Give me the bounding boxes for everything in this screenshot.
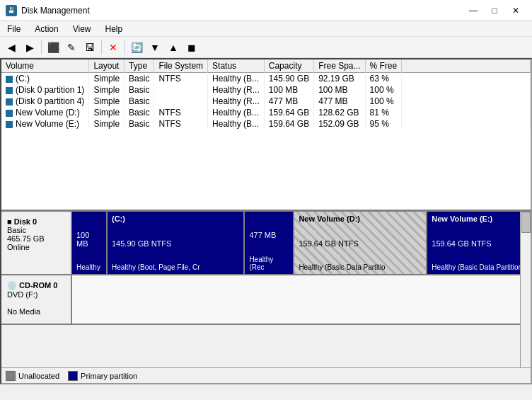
toolbar-separator-3 (125, 40, 125, 55)
table-row[interactable]: (Disk 0 partition 1) Simple Basic Health… (1, 84, 531, 96)
cell-fs: NTFS (154, 73, 208, 85)
main-window: Volume Layout Type File System Status Ca… (0, 58, 532, 384)
disk0-part4-status: Healthy (Basic Data Partitio (299, 263, 422, 271)
disk0-part2-status: Healthy (Boot, Page File, Cr (112, 263, 239, 271)
cell-extra (402, 107, 531, 118)
table-row[interactable]: (C:) Simple Basic NTFS Healthy (B... 145… (1, 73, 531, 85)
toolbar-btn-3[interactable]: 🖫 (81, 39, 98, 56)
cell-capacity: 100 MB (264, 84, 313, 96)
cell-layout: Simple (89, 107, 125, 118)
cell-fs (154, 96, 208, 107)
disk-graphical-area: ■ Disk 0 Basic 465.75 GB Online 100 MB H… (1, 212, 531, 367)
close-button[interactable]: ✕ (505, 4, 526, 18)
app-icon: 💾 (6, 5, 17, 16)
cell-pctfree: 81 % (365, 107, 402, 118)
disk0-part3[interactable]: 477 MB Healthy (Rec (245, 212, 294, 274)
cdrom0-label: 💿 CD-ROM 0 DVD (F:) No Media (1, 275, 72, 324)
disk0-part4-name: New Volume (D:) (299, 215, 422, 223)
toolbar-delete[interactable]: ✕ (105, 39, 122, 56)
scrollbar-thumb[interactable] (521, 212, 531, 233)
legend-primary-label: Primary partition (81, 372, 137, 380)
col-type[interactable]: Type (125, 59, 154, 73)
toolbar: ◀ ▶ ⬛ ✎ 🖫 ✕ 🔄 ▼ ▲ ◼ (0, 37, 532, 58)
vertical-scrollbar[interactable] (520, 212, 531, 367)
toolbar-btn-5[interactable]: ▼ (146, 39, 163, 56)
legend-unallocated: Unallocated (6, 371, 59, 381)
disk0-part5[interactable]: New Volume (E:) 159.64 GB NTFS Healthy (… (427, 212, 531, 274)
menu-bar: File Action View Help (0, 21, 532, 37)
disk0-part1[interactable]: 100 MB Healthy (72, 212, 108, 274)
disk0-part5-name: New Volume (E:) (432, 215, 525, 223)
legend-primary: Primary partition (68, 371, 137, 381)
toolbar-btn-2[interactable]: ✎ (63, 39, 80, 56)
cell-free: 477 MB (314, 96, 365, 107)
cell-status: Healthy (B... (208, 73, 265, 85)
cell-type: Basic (125, 107, 154, 118)
cell-status: Healthy (R... (208, 96, 265, 107)
toolbar-back[interactable]: ◀ (3, 39, 20, 56)
menu-file[interactable]: File (0, 21, 28, 36)
legend-bar: Unallocated Primary partition (1, 367, 531, 383)
legend-primary-box (68, 371, 78, 381)
toolbar-btn-7[interactable]: ◼ (183, 39, 200, 56)
cell-layout: Simple (89, 73, 125, 85)
toolbar-btn-4[interactable]: 🔄 (128, 39, 145, 56)
disk0-name: ■ Disk 0 (7, 217, 65, 226)
table-row[interactable]: (Disk 0 partition 4) Simple Basic Health… (1, 96, 531, 107)
cell-fs: NTFS (154, 107, 208, 118)
menu-view[interactable]: View (66, 21, 98, 36)
col-status[interactable]: Status (208, 59, 265, 73)
cdrom0-status: No Media (7, 307, 65, 316)
disk0-part4-size: 159.64 GB NTFS (299, 239, 422, 248)
cdrom0-type: DVD (F:) (7, 290, 65, 299)
toolbar-separator-1 (41, 40, 42, 55)
disk0-type: Basic (7, 226, 65, 234)
menu-action[interactable]: Action (28, 21, 65, 36)
cell-free: 92.19 GB (314, 73, 365, 85)
disk0-status: Online (7, 243, 65, 251)
maximize-button[interactable]: □ (484, 4, 505, 18)
col-extra (402, 59, 531, 73)
cell-layout: Simple (89, 118, 125, 130)
col-freespace[interactable]: Free Spa... (314, 59, 365, 73)
cell-extra (402, 118, 531, 130)
cell-type: Basic (125, 84, 154, 96)
cell-capacity: 159.64 GB (264, 118, 313, 130)
cell-extra (402, 84, 531, 96)
title-bar: 💾 Disk Management — □ ✕ (0, 0, 532, 21)
col-filesystem[interactable]: File System (154, 59, 208, 73)
legend-unalloc-box (6, 371, 16, 381)
toolbar-btn-6[interactable]: ▲ (165, 39, 182, 56)
disk0-part1-size: 100 MB (76, 231, 102, 248)
disk0-part1-status: Healthy (76, 263, 102, 271)
disk0-part2[interactable]: (C:) 145.90 GB NTFS Healthy (Boot, Page … (108, 212, 245, 274)
disk0-part4[interactable]: New Volume (D:) 159.64 GB NTFS Healthy (… (294, 212, 427, 274)
col-pctfree[interactable]: % Free (365, 59, 402, 73)
cell-free: 152.09 GB (314, 118, 365, 130)
cell-pctfree: 100 % (365, 96, 402, 107)
toolbar-forward[interactable]: ▶ (21, 39, 38, 56)
cell-extra (402, 73, 531, 85)
cell-free: 100 MB (314, 84, 365, 96)
table-row[interactable]: New Volume (E:) Simple Basic NTFS Health… (1, 118, 531, 130)
cell-pctfree: 95 % (365, 118, 402, 130)
toolbar-separator-2 (101, 40, 102, 55)
window-title: Disk Management (21, 6, 90, 16)
cell-layout: Simple (89, 84, 125, 96)
toolbar-btn-1[interactable]: ⬛ (45, 39, 62, 56)
col-volume[interactable]: Volume (1, 59, 89, 73)
cell-capacity: 145.90 GB (264, 73, 313, 85)
disk0-row: ■ Disk 0 Basic 465.75 GB Online 100 MB H… (1, 212, 531, 275)
table-row[interactable]: New Volume (D:) Simple Basic NTFS Health… (1, 107, 531, 118)
cell-status: Healthy (B... (208, 107, 265, 118)
disk0-size: 465.75 GB (7, 234, 65, 243)
disk0-part5-status: Healthy (Basic Data Partition (432, 263, 525, 271)
col-capacity[interactable]: Capacity (264, 59, 313, 73)
cdrom0-icon: 💿 CD-ROM 0 (7, 281, 65, 290)
cell-volume: (C:) (1, 73, 89, 85)
menu-help[interactable]: Help (98, 21, 130, 36)
disk0-label: ■ Disk 0 Basic 465.75 GB Online (1, 212, 72, 274)
cell-capacity: 159.64 GB (264, 107, 313, 118)
col-layout[interactable]: Layout (89, 59, 125, 73)
minimize-button[interactable]: — (463, 4, 484, 18)
